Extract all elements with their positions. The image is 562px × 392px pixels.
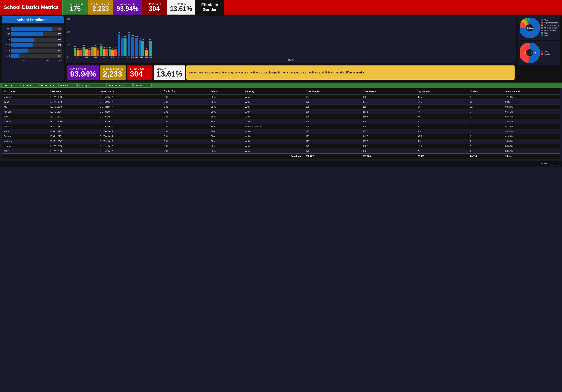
table-cell: 88.57% — [503, 119, 560, 124]
bar-track: 361 — [11, 38, 62, 42]
table-cell: 81.43% — [503, 134, 560, 139]
bar-label: 156 — [135, 36, 138, 37]
table-row: JayEL-A113045G1-Teacher AG01EL-AWhite175… — [2, 105, 560, 109]
table-cell: EL-A112880 — [48, 149, 98, 154]
svg-text:1,162: 1,162 — [531, 52, 536, 54]
grand-total-row: Grand total 380,767 357,684 23,093 24,19… — [2, 154, 560, 159]
table-cell: 175 — [304, 129, 361, 134]
table-cell: G1-Teacher A — [98, 109, 162, 114]
grade-group: 845956G04 — [100, 46, 108, 58]
filter-school[interactable]: School ▼ — [21, 83, 39, 88]
bar-label: 59 — [103, 47, 105, 48]
filter-homeroom-arrow: ▼ — [53, 84, 55, 86]
table-cell: G1-Teacher A — [98, 144, 162, 149]
table-cell: EL-A112953 — [48, 134, 98, 139]
table-cell: Kiana — [2, 129, 48, 134]
grade-group: 48G12 — [145, 50, 148, 58]
table-cell: G1-Teacher A — [98, 95, 162, 100]
horiz-bar-row: EL-D 126 — [4, 54, 62, 58]
col-grade[interactable]: Grade ⓘ ▲ — [162, 88, 209, 95]
bar-fill — [11, 32, 43, 36]
table-cell: 7.5 — [416, 109, 468, 114]
table-cell: 155 — [361, 119, 416, 124]
days-enrolled-card: Days Enrolled 175 — [62, 0, 88, 14]
ethnicity-gender-label: EthnicityGender — [201, 2, 218, 12]
ethnicity-pie-chart: 1,831 — [520, 18, 540, 38]
bar-fill — [11, 54, 19, 58]
left-panel: School Enrollment HS 643 MS 506 EL-A 361… — [2, 16, 64, 81]
bar-segment: 157 — [121, 38, 124, 56]
table-cell: 5.5 — [416, 139, 468, 144]
table-cell: 175 — [304, 149, 361, 154]
col-tardies: Tardies — [468, 88, 504, 95]
table-cell: White — [243, 105, 304, 109]
col-days-present: Days Present — [361, 88, 416, 95]
grade-bars: 187 — [128, 34, 130, 56]
table-cell: 22 — [468, 134, 504, 139]
sc-att-value: 93.94% — [70, 70, 96, 78]
bar-label: EL-C — [4, 44, 10, 46]
bar-segment: 48 — [145, 50, 148, 56]
bar-segment: 126 — [149, 41, 152, 56]
bar-label: 48 — [145, 48, 147, 50]
grade-bars: 797252 — [91, 47, 99, 56]
grade-label: G02 — [85, 56, 88, 58]
table-cell: EL-A — [209, 124, 243, 129]
table-cell: G01 — [162, 109, 209, 114]
table-cell: White — [243, 139, 304, 144]
sped-pct-card: SPED % 13.61% — [167, 0, 195, 14]
table-cell: 94.57% — [503, 114, 560, 119]
next-page-button[interactable]: › — [556, 162, 560, 166]
table-cell: G1-Teacher A — [98, 149, 162, 154]
filter-gender[interactable]: Gender ▼ — [133, 83, 152, 88]
table-row: RomanEL-A112953G1-Teacher AG01EL-AWhite1… — [2, 134, 560, 139]
table-cell: 175 — [304, 119, 361, 124]
bar-track: 126 — [11, 54, 62, 58]
bar-track: 260 — [11, 48, 62, 53]
grade-bars: 48 — [145, 50, 148, 56]
table-cell: 165.5 — [361, 114, 416, 119]
grand-total-label: Grand total — [2, 154, 304, 159]
bar-label: EL-A — [4, 38, 10, 41]
sped-count-value: 304 — [149, 5, 160, 12]
grade-label: G12 — [145, 56, 148, 58]
table-cell: Viridiana — [2, 95, 48, 100]
pagination-info: 1 - 25 / 2233 — [536, 162, 548, 165]
prev-page-button[interactable]: ‹ — [550, 162, 554, 166]
table-cell: EL-A — [209, 134, 243, 139]
table-cell: 155 — [361, 149, 416, 154]
bar-segment: 156 — [135, 38, 138, 56]
table-cell: EL-A — [209, 114, 243, 119]
table-cell: 22 — [468, 105, 504, 109]
grand-total-days-present: 357,684 — [361, 154, 416, 159]
legend-pacific: Pacific Islander — [541, 29, 559, 31]
bar-fill — [11, 38, 34, 42]
table-cell: White — [243, 114, 304, 119]
grade-group: 157157G07 — [121, 38, 127, 58]
bar-fill — [11, 48, 28, 53]
filter-grade[interactable]: Grade ▼ — [59, 83, 77, 88]
table-row: ZacharyEL-A112489G1-Teacher AG01EL-AWhit… — [2, 119, 560, 124]
table-cell: 157.5 — [361, 100, 416, 105]
grand-total-days-absent: 23,093 — [416, 154, 468, 159]
table-cell: 175 — [304, 124, 361, 129]
grade-group: 161G09 — [131, 37, 134, 58]
grouped-chart-inner: 300 200 100 0 675349G01745648G02797252G0… — [67, 18, 515, 58]
table-cell: 126.5 — [361, 95, 416, 100]
bar-label: HS — [4, 28, 10, 30]
filter-ethnicity[interactable]: Ethnicity ▼ — [77, 83, 106, 88]
bar-segment: 55 — [114, 49, 117, 56]
table-cell: G1-Teacher A — [98, 139, 162, 144]
table-cell: G1-Teacher A — [98, 124, 162, 129]
filter-last-arrow: ▼ — [11, 84, 12, 86]
filter-last[interactable]: Last ... ▼ — [2, 83, 20, 88]
table-cell: 175 — [304, 134, 361, 139]
ethnicity-legend: White Hispanic or Latino Two or more rac… — [541, 19, 559, 37]
bar-label: EL-B — [4, 49, 10, 52]
table-cell: 175 — [304, 109, 361, 114]
filter-attendance[interactable]: Attendance % ▼ — [107, 83, 133, 88]
filter-homeroom[interactable]: Homeroom ▼ — [40, 83, 58, 88]
col-homeroom[interactable]: Homeroom..⊘ ▲ — [98, 88, 162, 95]
scorecard-sped: SPED Count 304 — [127, 65, 152, 80]
col-school: School — [209, 88, 243, 95]
